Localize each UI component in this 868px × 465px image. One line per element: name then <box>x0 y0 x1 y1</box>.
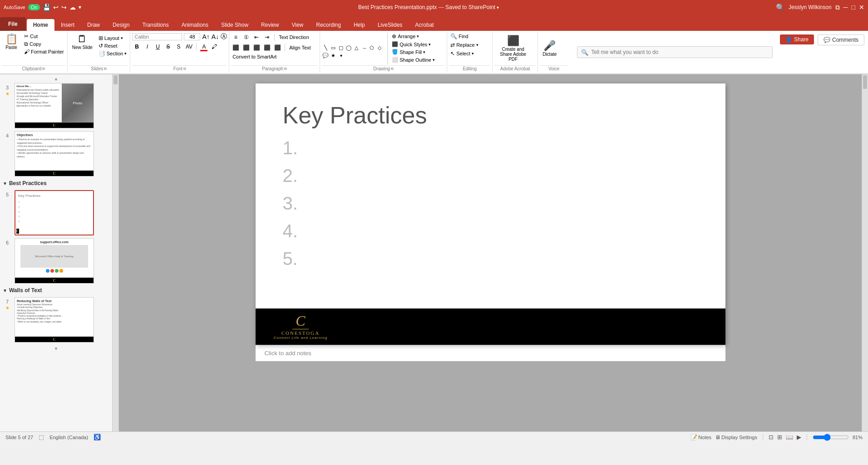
replace-button[interactable]: ⇄ Replace ▾ <box>449 41 479 49</box>
slide-4-thumb[interactable]: Objectives • Observe an example of a pre… <box>15 131 94 176</box>
arrange-button[interactable]: ⊕ Arrange ▾ <box>390 33 436 40</box>
close-icon[interactable]: ✕ <box>859 4 864 11</box>
clipboard-expand-icon[interactable]: ⧉ <box>42 67 45 71</box>
tab-recording[interactable]: Recording <box>310 19 347 31</box>
quick-styles-button[interactable]: ⬛ Quick Styles ▾ <box>390 41 436 48</box>
tab-animations[interactable]: Animations <box>175 19 215 31</box>
notes-button[interactable]: 📝 Notes <box>690 434 711 441</box>
slide-6-thumb[interactable]: support.office.com Microsoft Office Help… <box>15 238 94 284</box>
customize-qat-icon[interactable]: ▾ <box>79 4 81 10</box>
slide-3-thumb[interactable]: About Me… •International and Ontario pub… <box>15 83 94 128</box>
diamond-tool[interactable]: ◇ <box>376 44 383 52</box>
rounded-rect-tool[interactable]: ▢ <box>337 44 345 52</box>
tab-slideshow[interactable]: Slide Show <box>215 19 255 31</box>
shapes-more-btn[interactable]: ▾ <box>337 52 345 59</box>
save-status-arrow[interactable]: ▾ <box>497 5 499 10</box>
section-walls-of-text[interactable]: ▼ Walls of Text <box>2 285 110 295</box>
columns-button[interactable]: ⬛ <box>273 43 282 52</box>
new-slide-button[interactable]: 🗒 New Slide <box>69 33 95 64</box>
tab-acrobat[interactable]: Acrobat <box>409 19 440 31</box>
zoom-slider[interactable] <box>813 434 849 441</box>
text-direction-button[interactable]: Text Direction <box>277 34 311 40</box>
pentagon-tool[interactable]: ⬠ <box>368 44 375 52</box>
find-button[interactable]: 🔍 Find <box>449 33 469 40</box>
font-expand-icon[interactable]: ⧉ <box>183 67 186 71</box>
clear-format-icon[interactable]: Ⓐ <box>221 33 227 41</box>
numbering-button[interactable]: ① <box>242 33 251 42</box>
font-size-input[interactable] <box>184 33 200 40</box>
save-icon[interactable]: 💾 <box>43 4 50 11</box>
line-tool[interactable]: ╲ <box>322 44 329 52</box>
copy-button[interactable]: ⧉ Copy <box>23 40 65 48</box>
font-name-input[interactable] <box>132 33 182 40</box>
shape-effects-button[interactable]: ✨ Shape Effects ▾ <box>390 64 436 64</box>
align-center-button[interactable]: ⬛ <box>242 43 251 52</box>
slide-view-icon[interactable]: ⬚ <box>39 434 44 441</box>
tab-home[interactable]: Home <box>27 19 54 31</box>
accessibility-icon[interactable]: ♿ <box>94 434 101 441</box>
increase-font-icon[interactable]: A↑ <box>202 33 209 40</box>
align-left-button[interactable]: ⬛ <box>231 43 240 52</box>
arrow-tool[interactable]: → <box>360 44 368 52</box>
tab-transitions[interactable]: Transitions <box>136 19 175 31</box>
bullets-button[interactable]: ≡ <box>231 33 240 42</box>
create-share-pdf-button[interactable]: ⬛ Create and Share Adobe PDF <box>494 34 532 63</box>
text-highlight-button[interactable]: 🖍 <box>210 42 219 51</box>
font-color-button[interactable]: A <box>199 42 208 51</box>
display-settings-button[interactable]: 🖥 Display Settings <box>715 434 757 441</box>
section-button[interactable]: 📑 Section ▾ <box>97 50 128 57</box>
shape-fill-button[interactable]: 🪣 Shape Fill ▾ <box>390 49 436 55</box>
search-bar[interactable]: 🔍 <box>577 46 773 58</box>
dictate-button[interactable]: 🎤 Dictate <box>540 39 559 58</box>
cut-button[interactable]: ✂ Cut <box>23 33 65 40</box>
callout-tool[interactable]: 💬 <box>322 52 329 59</box>
minimize-icon[interactable]: ─ <box>843 4 848 11</box>
search-cloud-icon[interactable]: 🔍 <box>776 3 785 12</box>
share-button[interactable]: 👤 Share <box>780 34 814 44</box>
triangle-tool[interactable]: △ <box>353 44 360 52</box>
save-to-cloud-icon[interactable]: ☁ <box>69 4 76 11</box>
tab-help[interactable]: Help <box>347 19 371 31</box>
slide-5-thumb[interactable]: Key Practices 1.2.3.4.5. C <box>15 190 94 235</box>
autosave-toggle[interactable]: On <box>28 4 40 10</box>
normal-view-btn[interactable]: ⊡ <box>769 434 774 441</box>
tab-insert[interactable]: Insert <box>54 19 81 31</box>
comments-button[interactable]: 💬 Comments <box>818 34 864 45</box>
scroll-up-btn[interactable]: ▲ <box>2 76 110 81</box>
drawing-expand-icon[interactable]: ⧉ <box>391 67 394 71</box>
justify-button[interactable]: ⬛ <box>262 43 271 52</box>
decrease-font-icon[interactable]: A↓ <box>212 33 219 40</box>
decrease-indent-button[interactable]: ⇤ <box>252 33 261 42</box>
select-button[interactable]: ↖ Select ▾ <box>449 50 475 57</box>
layout-button[interactable]: ⊞ Layout ▾ <box>97 34 128 42</box>
reading-view-btn[interactable]: 📖 <box>786 434 793 441</box>
paste-button[interactable]: 📋 Paste <box>2 33 21 64</box>
undo-icon[interactable]: ↩ <box>53 4 59 11</box>
search-input[interactable] <box>591 49 769 55</box>
tab-design[interactable]: Design <box>106 19 136 31</box>
redo-icon[interactable]: ↪ <box>61 4 67 11</box>
right-scrollbar[interactable] <box>862 74 868 431</box>
notes-area[interactable]: Click to add notes <box>256 345 725 361</box>
italic-button[interactable]: I <box>143 42 152 51</box>
tab-liveslides[interactable]: LiveSlides <box>371 19 409 31</box>
tab-view[interactable]: View <box>285 19 310 31</box>
section-best-practices[interactable]: ▼ Best Practices <box>2 178 110 188</box>
convert-smartart-button[interactable]: Convert to SmartArt <box>231 54 278 60</box>
align-text-button[interactable]: Align Text <box>288 44 312 51</box>
shadow-button[interactable]: S <box>174 42 183 51</box>
shape-outline-button[interactable]: ⬜ Shape Outline ▾ <box>390 56 436 63</box>
slideshow-btn[interactable]: ▶ <box>797 434 801 441</box>
underline-button[interactable]: U <box>153 42 162 51</box>
slide-sorter-btn[interactable]: ⊞ <box>777 434 782 441</box>
align-right-button[interactable]: ⬛ <box>252 43 261 52</box>
slide-title[interactable]: Key Practices <box>283 102 698 129</box>
scroll-down-btn[interactable]: ▼ <box>2 346 110 351</box>
bold-button[interactable]: B <box>132 42 141 51</box>
reset-button[interactable]: ↺ Reset <box>97 42 128 49</box>
oval-tool[interactable]: ◯ <box>345 44 352 52</box>
strikethrough-button[interactable]: S <box>163 42 173 51</box>
maximize-icon[interactable]: □ <box>852 4 855 11</box>
rect-tool[interactable]: ▭ <box>330 44 337 52</box>
star-tool[interactable]: ★ <box>330 52 337 59</box>
